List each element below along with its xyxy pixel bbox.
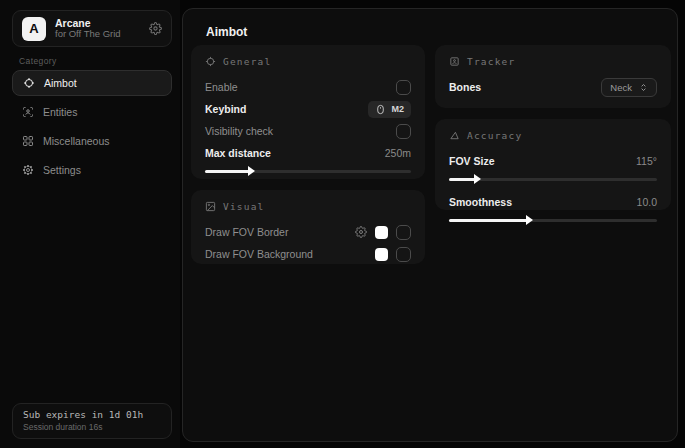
bones-select[interactable]: Neck (601, 78, 657, 97)
app-logo: A (22, 17, 46, 41)
keybind-button[interactable]: M2 (368, 101, 411, 118)
bones-row: Bones Neck (449, 76, 657, 98)
keybind-value: M2 (391, 104, 404, 114)
smoothness-slider[interactable] (449, 216, 657, 224)
sidebar-item-label: Aimbot (44, 77, 77, 89)
smoothness-value: 10.0 (637, 196, 657, 208)
card-title: Tracker (467, 56, 515, 67)
draw-fov-border-label: Draw FOV Border (205, 226, 288, 238)
sidebar-item-label: Settings (43, 164, 81, 176)
slider-thumb[interactable] (526, 215, 533, 225)
draw-fov-background-row: Draw FOV Background (205, 243, 411, 265)
image-icon (205, 201, 216, 212)
sidebar-item-settings[interactable]: Settings (12, 157, 172, 183)
page-title: Aimbot (206, 25, 247, 39)
slider-thumb[interactable] (474, 174, 481, 184)
draw-fov-background-checkbox[interactable] (396, 247, 411, 262)
max-distance-value: 250m (385, 147, 411, 159)
sidebar-item-entities[interactable]: Entities (12, 99, 172, 125)
enable-label: Enable (205, 81, 238, 93)
gear-icon (22, 164, 34, 176)
session-duration-text: Session duration 16s (23, 422, 161, 432)
general-card: General Enable Keybind M2 Visibility che… (191, 45, 425, 179)
accuracy-card: Accuracy FOV Size 115° Smoothness 10.0 (435, 119, 671, 210)
draw-fov-border-checkbox[interactable] (396, 225, 411, 240)
tracker-card: Tracker Bones Neck (435, 45, 671, 108)
visibility-check-checkbox[interactable] (396, 124, 411, 139)
category-label: Category (19, 56, 57, 66)
fov-size-slider[interactable] (449, 175, 657, 183)
sidebar: A Arcane for Off The Grid Category Aimbo… (0, 0, 180, 448)
card-title: Accuracy (467, 130, 522, 141)
mouse-icon (375, 104, 386, 115)
sidebar-item-label: Entities (43, 106, 77, 118)
fov-background-color-swatch[interactable] (375, 248, 388, 261)
max-distance-row: Max distance 250m (205, 142, 411, 164)
enable-row: Enable (205, 76, 411, 98)
sidebar-item-label: Miscellaneous (43, 135, 110, 147)
draw-fov-background-label: Draw FOV Background (205, 248, 313, 260)
sub-expires-text: Sub expires in 1d 01h (23, 409, 161, 420)
entities-icon (22, 106, 34, 118)
chevron-updown-icon (639, 83, 648, 92)
crosshair-icon (205, 56, 216, 67)
fov-size-row: FOV Size 115° (449, 150, 657, 172)
card-title: Visual (223, 201, 265, 212)
sidebar-item-aimbot[interactable]: Aimbot (12, 70, 172, 96)
smoothness-row: Smoothness 10.0 (449, 191, 657, 213)
sidebar-nav: Aimbot Entities Miscellaneous (12, 70, 172, 186)
app-subtitle: for Off The Grid (55, 29, 140, 40)
fov-border-color-swatch[interactable] (375, 226, 388, 239)
gear-icon[interactable] (149, 22, 162, 35)
crosshair-icon (23, 77, 35, 89)
bones-label: Bones (449, 81, 481, 93)
smoothness-label: Smoothness (449, 196, 512, 208)
fov-size-label: FOV Size (449, 155, 495, 167)
enable-checkbox[interactable] (396, 80, 411, 95)
angle-icon (449, 130, 460, 141)
keybind-row: Keybind M2 (205, 98, 411, 120)
max-distance-slider[interactable] (205, 167, 411, 175)
subscription-info: Sub expires in 1d 01h Session duration 1… (12, 403, 172, 439)
sidebar-item-miscellaneous[interactable]: Miscellaneous (12, 128, 172, 154)
grid-icon (22, 135, 34, 147)
draw-fov-border-row: Draw FOV Border (205, 221, 411, 243)
bones-selected-value: Neck (610, 82, 632, 93)
main-panel: Aimbot General Enable Keybind M2 (182, 8, 678, 442)
gear-icon[interactable] (355, 226, 367, 238)
slider-thumb[interactable] (248, 166, 255, 176)
max-distance-label: Max distance (205, 147, 271, 159)
visibility-check-row: Visibility check (205, 120, 411, 142)
visibility-check-label: Visibility check (205, 125, 273, 137)
fov-size-value: 115° (636, 155, 657, 167)
app-header: A Arcane for Off The Grid (12, 10, 172, 47)
visual-card: Visual Draw FOV Border Draw FOV Backgrou… (191, 190, 425, 264)
tracker-icon (449, 56, 460, 67)
keybind-label: Keybind (205, 103, 246, 115)
card-title: General (223, 56, 271, 67)
